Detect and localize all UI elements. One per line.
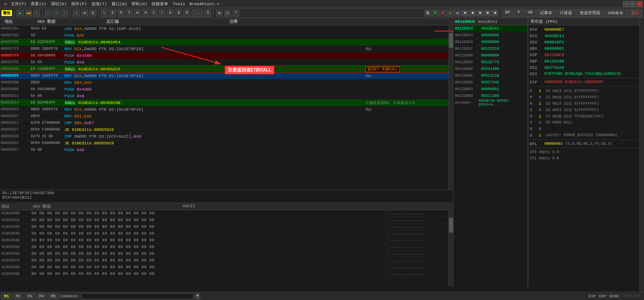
vb-button[interactable]: VB — [524, 9, 536, 17]
stack-row-9[interactable]: 0012D0E0 055C7348 — [453, 79, 528, 86]
icon-mem2[interactable]: ⊞ — [454, 10, 461, 16]
btn-w[interactable]: W — [134, 9, 141, 17]
disasm-row-19[interactable]: 00DD5837 60 00 PUSH 0x0 — [0, 147, 449, 153]
stack-row-2[interactable]: 0012D0C4 00000000 — [453, 32, 528, 39]
marker-m4[interactable]: M4 — [37, 293, 47, 299]
disasm-row-14[interactable]: 00DD581F 8BF8 MOV EDI,EAX — [0, 113, 449, 120]
animate-button[interactable]: ⇢ — [73, 10, 80, 16]
disasm-scrollbar[interactable] — [449, 25, 453, 190]
disasm-row-4[interactable]: 00DD57F3 8B0D 200FE70 MOV ECX,DWORD PTR … — [0, 46, 449, 52]
stack-scrollbar[interactable] — [640, 18, 644, 300]
stack-row-10[interactable]: 0012D0E4 00000001 — [453, 86, 528, 93]
memory-scrollbar[interactable] — [449, 210, 453, 287]
menu-plugins[interactable]: 插件(P) — [69, 0, 89, 7]
stack-row-8[interactable]: 0012D0DC 05511C10 — [453, 73, 528, 79]
btn-dot[interactable]: ... — [192, 9, 203, 17]
icon-blk1[interactable]: ■ — [462, 10, 468, 16]
menu-help[interactable]: 帮助(H) — [129, 0, 149, 7]
step-out-button[interactable]: ↑ — [61, 10, 68, 16]
btn-s[interactable]: S — [204, 9, 211, 17]
disasm-scroll-thumb[interactable] — [449, 33, 453, 48]
stack-row-1[interactable]: 0012D0C0 4AA1B3A1 — [453, 25, 528, 32]
mem-row-10[interactable]: 01892090 00 00 00 00 00 00 00 00 00 00 0… — [0, 271, 449, 278]
disasm-row-11[interactable]: 00DD5812 6A 09 PUSH 0x9 — [0, 93, 449, 100]
disasm-row-7[interactable]: 00DD5800 E8 215063FF CALL 010Edito.0040A… — [0, 66, 449, 73]
disasm-row-1[interactable]: 00DD57EA 8D45 E8 LEA EAX,DWORD PTR SS:[E… — [0, 25, 449, 32]
close-button[interactable]: ✕ — [637, 1, 643, 7]
step-over-button[interactable]: ↷ — [53, 10, 60, 16]
icon-blk3[interactable]: ■ — [477, 10, 483, 16]
run-button[interactable]: ▶ — [17, 10, 24, 16]
btn-e[interactable]: E — [109, 9, 116, 17]
mem-row-6[interactable]: 01892050 00 00 00 00 00 00 00 00 00 00 0… — [0, 244, 449, 251]
disasm-row-18[interactable]: 00DD5831 0F84 E9000000 JE 010Edito.00DD5… — [0, 140, 449, 147]
btn-t[interactable]: T — [126, 9, 133, 17]
mem-row-1[interactable]: 01892000 00 00 00 00 00 00 00 00 00 00 0… — [0, 210, 449, 217]
btn-c[interactable]: C — [151, 9, 157, 17]
menu-window[interactable]: 窗口(W) — [109, 0, 130, 7]
p-button[interactable]: P — [514, 9, 523, 17]
menu-view[interactable]: 查看(V) — [28, 0, 49, 7]
icon-cpu[interactable]: ⊙ — [447, 10, 453, 16]
disasm-row-8[interactable]: 00DD5805 8B0D 200FE70 MOV ECX,DWORD PTR … — [0, 73, 449, 79]
disasm-row-10[interactable]: 00DD580D 68 89430000 PUSH 0x4389 — [0, 86, 449, 93]
marker-m1[interactable]: M1 — [1, 293, 12, 299]
disasm-row-3[interactable]: 00DD57EE E8 61D262FF CALL 010Edito.00402… — [0, 39, 449, 46]
mem-row-2[interactable]: 01892010 00 00 00 00 00 00 00 00 00 00 0… — [0, 217, 449, 224]
btn-h[interactable]: H — [142, 9, 149, 17]
command-input[interactable] — [81, 293, 194, 299]
icon-blk2[interactable]: ■ — [469, 10, 476, 16]
menu-file[interactable]: 文件(F) — [9, 0, 29, 7]
mem-row-5[interactable]: 01892040 00 00 00 00 00 00 00 00 00 00 0… — [0, 237, 449, 244]
menu-shortcuts[interactable]: 快捷菜单 — [149, 0, 170, 7]
disasm-row-12[interactable]: 00DD5814 E8 824463FF CALL 010Edito.00409… — [0, 100, 449, 106]
help-btn[interactable]: ? — [233, 10, 239, 16]
stack-row-4[interactable]: 0012D0CC 0012D210 — [453, 46, 528, 52]
icon-blk5[interactable]: ■ — [492, 10, 498, 16]
step-into-button[interactable]: ↓ — [45, 10, 52, 16]
menu-breakpoint[interactable]: BreakPoint-> — [187, 1, 221, 7]
mem-row-9[interactable]: 01892080 00 00 00 00 00 00 00 00 00 00 0… — [0, 264, 449, 271]
btn-b[interactable]: B — [175, 9, 182, 17]
btn-r[interactable]: R — [183, 9, 190, 17]
menu-debug[interactable]: 调试(D) — [49, 0, 69, 7]
extra-btn1[interactable]: ⊞ — [216, 10, 223, 16]
disasm-row-16[interactable]: 00DD5827 0F84 F3000000 JE 010Edito.00DD5… — [0, 126, 449, 133]
mem-row-3[interactable]: 01892020 00 00 00 00 00 00 00 00 00 00 0… — [0, 224, 449, 230]
stop-button[interactable]: ✕ — [33, 10, 40, 16]
icon-a[interactable]: A — [432, 10, 438, 16]
maximize-button[interactable]: □ — [630, 1, 636, 7]
cmd-button[interactable]: CMD命令 — [604, 9, 627, 17]
marker-m2[interactable]: M2 — [13, 293, 23, 299]
disasm-row-5[interactable]: 00DD57F9 68 89430000 PUSH 0x4389 — [0, 52, 449, 59]
minimize-button[interactable]: ─ — [623, 1, 629, 7]
menu-tools[interactable]: Tools — [170, 1, 187, 7]
memory-scroll-thumb[interactable] — [449, 218, 453, 233]
disasm-row-15[interactable]: 00DD5821 81FB E7000000 CMP EBX,0xE7 — [0, 120, 449, 126]
disasm-row-2[interactable]: 00DD57ED 50 PUSH EAX — [0, 32, 449, 39]
icon-monitor[interactable]: 🖥 — [424, 10, 431, 16]
disasm-row-17[interactable]: 00DD582D 8379 2C 00 CMP DWORD PTR DS:[EC… — [0, 133, 449, 140]
disasm-row-6[interactable]: 00DD57FE 6A 09 PUSH 0x9 — [0, 59, 449, 66]
stack-row-12[interactable]: 0012D0EC 6885B740 OFFSET Qt5Core... — [453, 100, 528, 106]
stack-row-6[interactable]: 0012D0D4 0012D778 — [453, 59, 528, 66]
marker-m5[interactable]: M5 — [48, 293, 58, 299]
menu-options[interactable]: 选项(T) — [89, 0, 109, 7]
mem-row-7[interactable]: 01892060 00 00 00 00 00 00 00 00 00 00 0… — [0, 251, 449, 257]
trace-button[interactable]: ⊛ — [81, 10, 88, 16]
mem-row-4[interactable]: 01892030 00 00 00 00 00 00 00 00 00 00 0… — [0, 230, 449, 237]
pause-button[interactable]: ⏸ — [89, 10, 96, 16]
disasm-row-13[interactable]: 00DD5819 8B0D 200FE70 MOV ECX,DWORD PTR … — [0, 106, 449, 113]
icon-record[interactable]: ● — [439, 10, 446, 16]
btn-slash[interactable]: / — [159, 9, 165, 17]
extra-btn2[interactable]: ⊟ — [224, 10, 231, 16]
menu-icon[interactable]: ◄ — [1, 1, 9, 7]
stack-row-7[interactable]: 0012D0D8 05541498 — [453, 66, 528, 73]
btn-l[interactable]: L — [101, 9, 108, 17]
exit-button[interactable]: 退出 — [628, 9, 643, 17]
icon-blk4[interactable]: ■ — [484, 10, 491, 16]
btn-k[interactable]: K — [167, 9, 174, 17]
command-dropdown[interactable]: ▼ — [195, 293, 200, 299]
calc-button[interactable]: 计算器 — [556, 9, 575, 17]
marker-m3[interactable]: M3 — [25, 293, 35, 299]
